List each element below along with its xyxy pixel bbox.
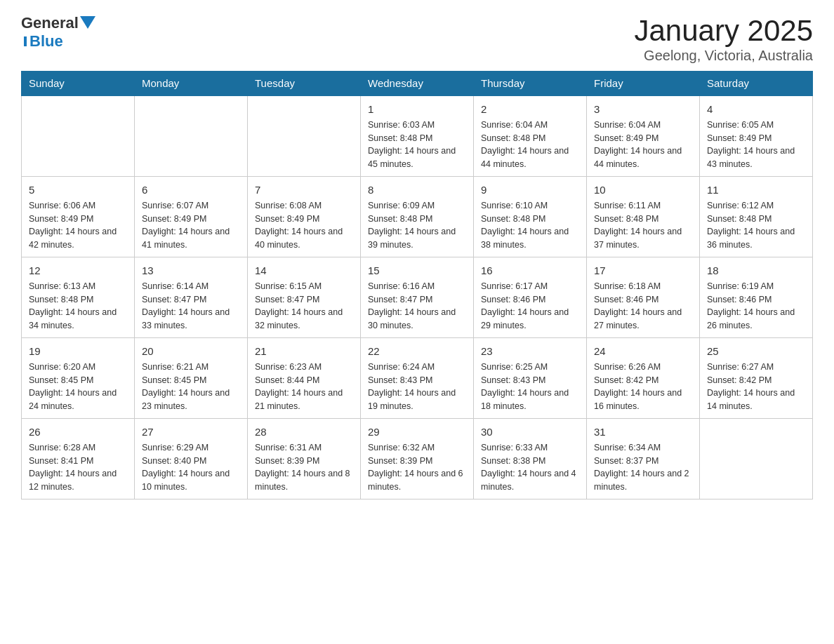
day-info: Sunrise: 6:27 AM	[707, 362, 774, 372]
day-info: Daylight: 14 hours and 21 minutes.	[255, 388, 343, 411]
table-row: 8Sunrise: 6:09 AMSunset: 8:48 PMDaylight…	[361, 177, 474, 257]
day-number: 20	[142, 344, 240, 358]
day-info: Sunset: 8:43 PM	[368, 375, 432, 385]
day-number: 2	[481, 102, 579, 116]
day-info: Daylight: 14 hours and 43 minutes.	[707, 146, 795, 169]
day-info: Daylight: 14 hours and 38 minutes.	[481, 227, 569, 250]
table-row: 13Sunrise: 6:14 AMSunset: 8:47 PMDayligh…	[135, 257, 248, 338]
day-number: 28	[255, 424, 353, 439]
day-number: 4	[707, 102, 805, 116]
day-info: Sunset: 8:47 PM	[368, 295, 432, 304]
day-info: Daylight: 14 hours and 6 minutes.	[368, 469, 463, 492]
day-info: Daylight: 14 hours and 44 minutes.	[594, 146, 682, 169]
day-number: 11	[707, 182, 805, 197]
day-info: Sunrise: 6:07 AM	[142, 201, 208, 210]
day-info: Daylight: 14 hours and 23 minutes.	[142, 388, 230, 411]
day-info: Sunrise: 6:24 AM	[368, 362, 435, 372]
day-info: Sunset: 8:47 PM	[255, 295, 319, 304]
day-info: Sunrise: 6:05 AM	[707, 120, 774, 130]
day-info: Daylight: 14 hours and 24 minutes.	[29, 388, 117, 411]
day-number: 30	[481, 424, 579, 439]
table-row: 17Sunrise: 6:18 AMSunset: 8:46 PMDayligh…	[587, 257, 700, 338]
day-number: 17	[594, 263, 692, 278]
day-number: 27	[142, 424, 240, 439]
day-info: Sunrise: 6:34 AM	[594, 443, 661, 452]
day-info: Sunrise: 6:12 AM	[707, 201, 774, 210]
day-number: 12	[29, 263, 127, 278]
day-info: Daylight: 14 hours and 39 minutes.	[368, 227, 456, 250]
day-info: Daylight: 14 hours and 19 minutes.	[368, 388, 456, 411]
day-info: Sunset: 8:42 PM	[594, 375, 658, 385]
day-info: Daylight: 14 hours and 36 minutes.	[707, 227, 795, 250]
day-info: Sunrise: 6:33 AM	[481, 443, 548, 452]
day-number: 14	[255, 263, 353, 278]
day-info: Sunrise: 6:03 AM	[368, 120, 435, 130]
day-info: Sunrise: 6:16 AM	[368, 281, 435, 291]
page-header: General Blue January 2025 Geelong, Victo…	[21, 14, 813, 64]
day-info: Sunset: 8:42 PM	[707, 375, 772, 385]
table-row: 1Sunrise: 6:03 AMSunset: 8:48 PMDaylight…	[361, 95, 474, 177]
day-info: Sunset: 8:41 PM	[29, 456, 93, 466]
table-row: 16Sunrise: 6:17 AMSunset: 8:46 PMDayligh…	[474, 257, 587, 338]
table-row: 3Sunrise: 6:04 AMSunset: 8:49 PMDaylight…	[587, 95, 700, 177]
day-info: Daylight: 14 hours and 45 minutes.	[368, 146, 456, 169]
day-info: Sunset: 8:39 PM	[255, 456, 319, 466]
table-row: 20Sunrise: 6:21 AMSunset: 8:45 PMDayligh…	[135, 338, 248, 419]
calendar-week-row: 5Sunrise: 6:06 AMSunset: 8:49 PMDaylight…	[22, 177, 813, 257]
table-row: 19Sunrise: 6:20 AMSunset: 8:45 PMDayligh…	[22, 338, 135, 419]
day-info: Sunset: 8:37 PM	[594, 456, 658, 466]
table-row: 2Sunrise: 6:04 AMSunset: 8:48 PMDaylight…	[474, 95, 587, 177]
table-row: 29Sunrise: 6:32 AMSunset: 8:39 PMDayligh…	[361, 419, 474, 499]
day-number: 22	[368, 344, 466, 358]
day-info: Sunset: 8:48 PM	[594, 214, 658, 224]
table-row: 28Sunrise: 6:31 AMSunset: 8:39 PMDayligh…	[248, 419, 361, 499]
day-info: Daylight: 14 hours and 27 minutes.	[594, 307, 682, 330]
day-info: Sunset: 8:49 PM	[29, 214, 93, 224]
day-number: 16	[481, 263, 579, 278]
day-number: 26	[29, 424, 127, 439]
day-info: Sunset: 8:46 PM	[594, 295, 658, 304]
day-info: Sunrise: 6:26 AM	[594, 362, 661, 372]
svg-marker-0	[80, 16, 95, 29]
day-info: Sunset: 8:49 PM	[707, 133, 772, 143]
table-row: 24Sunrise: 6:26 AMSunset: 8:42 PMDayligh…	[587, 338, 700, 419]
day-info: Sunrise: 6:28 AM	[29, 443, 95, 452]
day-number: 23	[481, 344, 579, 358]
day-number: 3	[594, 102, 692, 116]
calendar-table: SundayMondayTuesdayWednesdayThursdayFrid…	[21, 71, 813, 499]
column-header-monday: Monday	[135, 72, 248, 96]
day-info: Sunset: 8:44 PM	[255, 375, 319, 385]
day-info: Sunrise: 6:23 AM	[255, 362, 322, 372]
table-row	[135, 95, 248, 177]
day-info: Sunrise: 6:04 AM	[594, 120, 661, 130]
day-info: Sunrise: 6:31 AM	[255, 443, 322, 452]
table-row: 22Sunrise: 6:24 AMSunset: 8:43 PMDayligh…	[361, 338, 474, 419]
day-info: Daylight: 14 hours and 42 minutes.	[29, 227, 117, 250]
day-info: Sunrise: 6:18 AM	[594, 281, 661, 291]
day-number: 25	[707, 344, 805, 358]
day-info: Sunrise: 6:29 AM	[142, 443, 208, 452]
column-header-tuesday: Tuesday	[248, 72, 361, 96]
day-info: Sunrise: 6:13 AM	[29, 281, 95, 291]
day-info: Sunrise: 6:32 AM	[368, 443, 435, 452]
table-row: 7Sunrise: 6:08 AMSunset: 8:49 PMDaylight…	[248, 177, 361, 257]
day-info: Sunrise: 6:15 AM	[255, 281, 322, 291]
day-number: 6	[142, 182, 240, 197]
calendar-week-row: 19Sunrise: 6:20 AMSunset: 8:45 PMDayligh…	[22, 338, 813, 419]
day-info: Daylight: 14 hours and 37 minutes.	[594, 227, 682, 250]
day-info: Daylight: 14 hours and 18 minutes.	[481, 388, 569, 411]
day-info: Sunrise: 6:20 AM	[29, 362, 95, 372]
logo-bar-icon	[24, 36, 27, 46]
day-info: Sunset: 8:48 PM	[481, 214, 545, 224]
calendar-header-row: SundayMondayTuesdayWednesdayThursdayFrid…	[22, 72, 813, 96]
day-info: Sunset: 8:45 PM	[29, 375, 93, 385]
logo-general-text: General	[21, 14, 79, 32]
day-info: Sunset: 8:48 PM	[707, 214, 772, 224]
day-info: Sunrise: 6:10 AM	[481, 201, 548, 210]
day-number: 5	[29, 182, 127, 197]
column-header-wednesday: Wednesday	[361, 72, 474, 96]
table-row: 14Sunrise: 6:15 AMSunset: 8:47 PMDayligh…	[248, 257, 361, 338]
table-row: 21Sunrise: 6:23 AMSunset: 8:44 PMDayligh…	[248, 338, 361, 419]
logo-triangle-icon	[80, 16, 95, 32]
day-info: Daylight: 14 hours and 16 minutes.	[594, 388, 682, 411]
